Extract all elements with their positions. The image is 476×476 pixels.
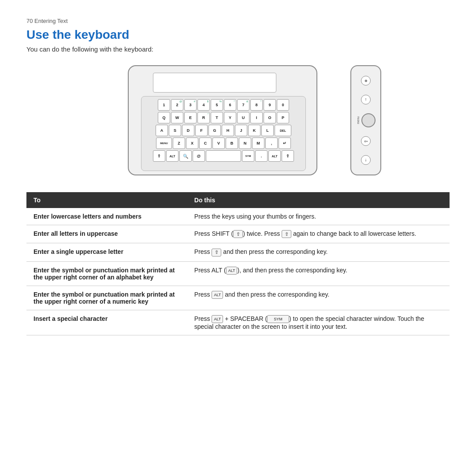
keyboard-diagram-container: 1 2@ 3# 4$ 5% 6^ 7& 8* 9 0 Q W [26, 61, 450, 180]
side-btn-up: ↑ [361, 95, 371, 104]
page-number: 70 Entering Text [26, 18, 450, 24]
key-g: G [208, 125, 221, 136]
keyboard-diagram: 1 2@ 3# 4$ 5% 6^ 7& 8* 9 0 Q W [128, 61, 348, 180]
key-l: L [261, 125, 274, 136]
key-sym: SYM [242, 150, 254, 162]
key-row-5: ⇧ ALT 🔍 @ SYM . ALT ⇧ [143, 150, 304, 162]
key-shift-left: ⇧ [153, 150, 165, 162]
key-u: U [237, 112, 249, 123]
key-row-1: 1 2@ 3# 4$ 5% 6^ 7& 8* 9 0 [143, 99, 304, 111]
key-n: N [239, 138, 251, 149]
table-cell-to: Enter lowercase letters and numbers [26, 208, 187, 225]
key-e: E [184, 112, 197, 123]
key-7: 7& [237, 99, 249, 111]
key-c: C [199, 138, 212, 149]
page-title: Use the keyboard [26, 28, 450, 42]
key-del: DEL [275, 125, 291, 136]
table-cell-do: Press ⇧ and then press the corresponding… [187, 243, 450, 261]
key-t: T [211, 112, 223, 123]
table-cell-do: Press SHIFT (⇧) twice. Press ⇧ again to … [187, 225, 450, 243]
key-i: I [250, 112, 263, 123]
phone-body: 1 2@ 3# 4$ 5% 6^ 7& 8* 9 0 Q W [128, 65, 317, 175]
key-shift-right: ⇧ [282, 150, 294, 162]
key-a: A [156, 125, 168, 136]
table-cell-do: Press ALT and then press the correspondi… [187, 286, 450, 310]
info-table: To Do this Enter lowercase letters and n… [26, 192, 450, 335]
table-cell-to: Enter a single uppercase letter [26, 243, 187, 261]
key-m: M [252, 138, 264, 149]
table-row: Enter all letters in uppercasePress SHIF… [26, 225, 450, 243]
key-v: V [212, 138, 225, 149]
key-2: 2@ [171, 99, 183, 111]
phone-screen [153, 73, 276, 93]
menu-label: menu [357, 116, 360, 124]
key-enter: ↵ [279, 138, 291, 149]
table-cell-to: Enter the symbol or punctuation mark pri… [26, 286, 187, 310]
key-o: O [264, 112, 276, 123]
key-z: Z [173, 138, 185, 149]
key-5: 5% [211, 99, 223, 111]
table-cell-do: Press the keys using your thumbs or fing… [187, 208, 450, 225]
col-to-header: To [26, 192, 187, 208]
key-6: 6^ [224, 99, 236, 111]
key-9: 9 [264, 99, 276, 111]
table-cell-do: Press ALT (ALT), and then press the corr… [187, 261, 450, 286]
key-h: H [222, 125, 234, 136]
key-j: J [235, 125, 247, 136]
page-subtitle: You can do the following with the keyboa… [26, 45, 450, 53]
key-alt-left: ALT [166, 150, 178, 162]
key-4: 4$ [197, 99, 210, 111]
key-row-3: A S D F G H J K L DEL [143, 125, 304, 136]
side-btn-back: ⇦ [361, 136, 371, 146]
page-container: 70 Entering Text Use the keyboard You ca… [0, 0, 476, 353]
key-0: 0 [277, 99, 289, 111]
key-8: 8* [250, 99, 263, 111]
table-header-row: To Do this [26, 192, 450, 208]
keyboard-area: 1 2@ 3# 4$ 5% 6^ 7& 8* 9 0 Q W [141, 96, 306, 171]
key-x: X [186, 138, 198, 149]
key-s: S [169, 125, 181, 136]
key-r: R² [197, 112, 210, 123]
table-cell-to: Enter all letters in uppercase [26, 225, 187, 243]
key-menu: MENU [156, 138, 172, 149]
side-btn-down: ↓ [361, 155, 371, 165]
table-row: Enter the symbol or punctuation mark pri… [26, 261, 450, 286]
table-row: Insert a special characterPress ALT + SP… [26, 310, 450, 335]
key-w: W [171, 112, 183, 123]
col-do-header: Do this [187, 192, 450, 208]
table-row: Enter the symbol or punctuation mark pri… [26, 286, 450, 310]
key-at: @ [193, 150, 205, 162]
key-search: 🔍 [179, 150, 192, 162]
key-y: Y [224, 112, 236, 123]
key-1: 1 [158, 99, 170, 111]
side-btn-power: ⊕ [361, 76, 371, 86]
key-b: B [226, 138, 238, 149]
key-row-4: MENU Z X C V B N M , ↵ [143, 138, 304, 149]
side-panel: ⊕ ↑ menu ⇦ ↓ [350, 65, 381, 175]
table-cell-do: Press ALT + SPACEBAR (SYM) to open the s… [187, 310, 450, 335]
key-comma: , [265, 138, 278, 149]
table-cell-to: Insert a special character [26, 310, 187, 335]
key-space [206, 150, 241, 162]
key-f: F [195, 125, 208, 136]
key-k: K [248, 125, 260, 136]
key-d: D [182, 125, 194, 136]
key-period: . [255, 150, 268, 162]
key-row-2: Q W E R² T Y U I O P [143, 112, 304, 123]
key-alt-right: ALT [268, 150, 281, 162]
table-cell-to: Enter the symbol or punctuation mark pri… [26, 261, 187, 286]
key-p: P [277, 112, 289, 123]
table-row: Enter a single uppercase letterPress ⇧ a… [26, 243, 450, 261]
side-btn-ok [361, 113, 376, 127]
table-row: Enter lowercase letters and numbersPress… [26, 208, 450, 225]
key-3: 3# [184, 99, 197, 111]
key-q: Q [158, 112, 170, 123]
